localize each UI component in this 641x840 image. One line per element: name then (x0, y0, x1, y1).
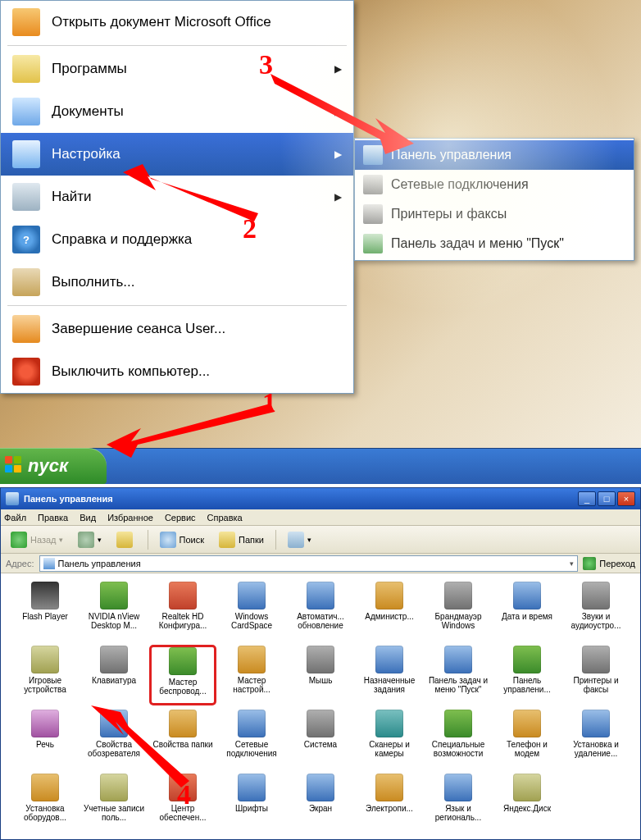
menu-item-find[interactable]: Найти ▶ (1, 176, 353, 218)
control-panel-item[interactable]: Панель задач и меню "Пуск" (425, 646, 491, 705)
control-panel-item[interactable]: Мастер беспровод... (150, 646, 216, 705)
applet-label: Брандмауэр Windows (425, 612, 491, 630)
menu-tools[interactable]: Сервис (165, 513, 196, 523)
applet-label: Учетные записи поль... (81, 804, 147, 822)
network-icon (363, 175, 383, 194)
control-panel-item[interactable]: Установка оборудов... (12, 774, 78, 833)
control-panel-item[interactable]: Назначенные задания (357, 646, 422, 705)
minimize-button[interactable]: _ (578, 491, 596, 506)
shutdown-icon (12, 358, 40, 386)
menu-help[interactable]: Справка (207, 513, 243, 523)
chevron-down-icon: ▾ (570, 559, 574, 568)
control-panel-item[interactable]: Специальные возможности (425, 710, 491, 769)
menu-edit[interactable]: Правка (38, 513, 68, 523)
control-panel-item[interactable]: Администр... (357, 582, 422, 641)
menu-item-logoff[interactable]: Завершение сеанса User... (1, 308, 353, 350)
submenu-item-printers[interactable]: Принтеры и факсы (355, 199, 634, 229)
control-panel-item[interactable]: Телефон и модем (494, 710, 560, 769)
control-panel-item[interactable]: Учетные записи поль... (81, 774, 147, 833)
control-panel-item[interactable]: Сетевые подключения (219, 710, 284, 769)
control-panel-item[interactable]: Мышь (288, 646, 353, 705)
menu-item-settings[interactable]: Настройка ▶ (1, 133, 353, 176)
control-panel-item[interactable]: Яндекс.Диск (494, 774, 560, 833)
annotation-number-1: 1 (262, 387, 276, 418)
control-panel-item[interactable]: Экран (288, 774, 353, 833)
screenshot-control-panel-window: Панель управления _ □ × Файл Правка Вид … (0, 487, 641, 840)
control-panel-item[interactable]: Речь (12, 710, 78, 769)
control-panel-item[interactable]: Realtek HD Конфигура... (150, 582, 216, 641)
submenu-item-network[interactable]: Сетевые подключения (355, 170, 634, 199)
control-panel-item[interactable]: Панель управлени... (494, 646, 560, 705)
views-icon (288, 532, 304, 548)
control-panel-item[interactable]: Мастер настрой... (219, 646, 284, 705)
menu-item-run[interactable]: Выполнить... (1, 261, 353, 304)
help-icon: ? (12, 226, 40, 253)
control-panel-item[interactable]: Windows CardSpace (219, 582, 284, 641)
control-panel-item[interactable]: Сканеры и камеры (357, 710, 422, 769)
folders-icon (219, 532, 235, 548)
applet-label: Звуки и аудиоустро... (563, 612, 629, 630)
up-button[interactable] (111, 529, 141, 550)
address-bar: Адрес: Панель управления ▾ Переход (1, 554, 640, 573)
forward-icon (78, 532, 94, 548)
control-panel-item[interactable]: Свойства обозревателя (81, 710, 147, 769)
menu-item-help[interactable]: ? Справка и поддержка (1, 218, 353, 261)
control-panel-item[interactable]: Свойства папки (150, 710, 216, 769)
applet-icon (375, 582, 403, 609)
menu-item-documents[interactable]: Документы ▶ (1, 90, 353, 133)
forward-button[interactable]: ▾ (73, 529, 107, 550)
applet-label: Панель управлени... (494, 676, 560, 694)
control-panel-item[interactable]: Звуки и аудиоустро... (563, 582, 629, 641)
search-icon (12, 183, 40, 211)
control-panel-item[interactable]: NVIDIA nView Desktop M... (81, 582, 147, 641)
control-panel-item[interactable]: Шрифты (219, 774, 284, 833)
chevron-down-icon: ▾ (98, 536, 102, 544)
maximize-button[interactable]: □ (598, 491, 616, 506)
menu-fav[interactable]: Избранное (107, 513, 153, 523)
control-panel-item[interactable]: Брандмауэр Windows (425, 582, 491, 641)
submenu-label: Сетевые подключения (391, 177, 529, 192)
applet-icon (238, 646, 266, 673)
address-combo[interactable]: Панель управления ▾ (39, 555, 579, 572)
menu-item-office[interactable]: Открыть документ Microsoft Office (1, 1, 353, 43)
applet-label: Назначенные задания (357, 676, 422, 694)
menu-separator (7, 45, 347, 46)
applet-label: Свойства обозревателя (81, 740, 147, 758)
back-button[interactable]: Назад ▾ (6, 529, 68, 550)
control-panel-icon (363, 145, 383, 165)
control-panel-item[interactable]: Flash Player (12, 582, 78, 641)
control-panel-item[interactable]: Дата и время (494, 582, 560, 641)
control-panel-item[interactable]: Система (288, 710, 353, 769)
applet-label: Электропи... (366, 804, 413, 813)
applet-icon (238, 582, 266, 609)
submenu-item-taskbar[interactable]: Панель задач и меню "Пуск" (355, 229, 634, 258)
applet-label: Шрифты (235, 804, 268, 813)
search-button[interactable]: Поиск (155, 529, 209, 550)
control-panel-item[interactable]: Язык и региональ... (425, 774, 491, 833)
applet-icon (444, 646, 472, 673)
applet-label: Клавиатура (92, 676, 136, 685)
applet-icon (307, 710, 334, 737)
menu-item-shutdown[interactable]: Выключить компьютер... (1, 350, 353, 393)
control-panel-item[interactable]: Установка и удаление... (563, 710, 629, 769)
menu-item-programs[interactable]: Программы ▶ (1, 48, 353, 90)
control-panel-item[interactable]: Автоматич... обновление (288, 582, 353, 641)
folders-label: Папки (239, 535, 264, 545)
menu-view[interactable]: Вид (80, 513, 96, 523)
address-label: Адрес: (6, 559, 34, 568)
start-button[interactable]: пуск (0, 448, 107, 484)
views-button[interactable]: ▾ (283, 529, 316, 550)
control-panel-item[interactable]: Принтеры и факсы (563, 646, 629, 705)
folder-up-icon (116, 532, 133, 548)
go-button[interactable]: Переход (583, 557, 635, 570)
applet-label: Мастер беспровод... (152, 678, 214, 696)
control-panel-item[interactable]: Электропи... (357, 774, 422, 833)
menu-file[interactable]: Файл (4, 513, 26, 523)
folders-button[interactable]: Папки (214, 529, 269, 550)
menu-bar: Файл Правка Вид Избранное Сервис Справка (1, 509, 640, 526)
close-button[interactable]: × (617, 491, 635, 506)
control-panel-item[interactable]: Клавиатура (81, 646, 147, 705)
control-panel-item[interactable]: Игровые устройства (12, 646, 78, 705)
menu-label: Открыть документ Microsoft Office (52, 14, 271, 30)
submenu-item-control-panel[interactable]: Панель управления (355, 140, 634, 170)
